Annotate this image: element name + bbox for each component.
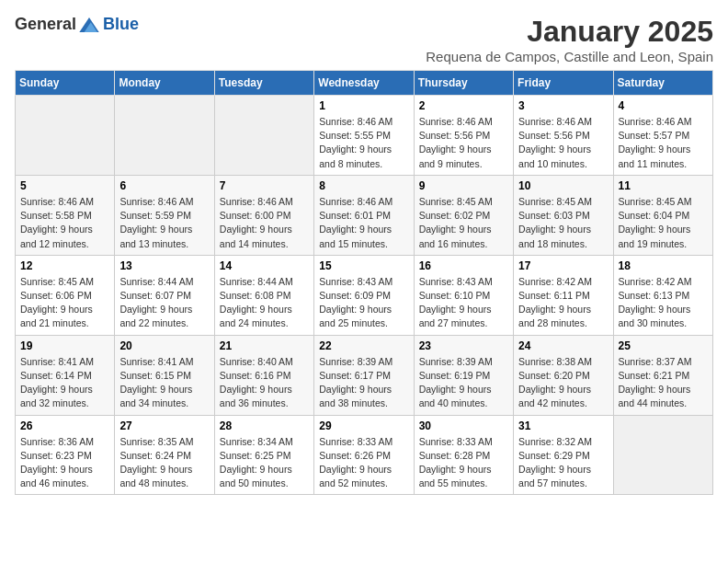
- logo: General Blue: [15, 15, 139, 34]
- day-info: Sunrise: 8:46 AM Sunset: 5:56 PM Dayligh…: [419, 115, 508, 171]
- day-number: 11: [619, 179, 708, 192]
- day-number: 12: [20, 259, 109, 272]
- week-row-5: 26Sunrise: 8:36 AM Sunset: 6:23 PM Dayli…: [16, 415, 713, 495]
- day-number: 18: [619, 259, 708, 272]
- day-info: Sunrise: 8:33 AM Sunset: 6:26 PM Dayligh…: [319, 435, 408, 491]
- day-cell: 13Sunrise: 8:44 AM Sunset: 6:07 PM Dayli…: [115, 255, 214, 335]
- day-info: Sunrise: 8:46 AM Sunset: 5:59 PM Dayligh…: [119, 195, 209, 251]
- day-number: 8: [319, 179, 408, 192]
- day-info: Sunrise: 8:46 AM Sunset: 6:00 PM Dayligh…: [220, 195, 309, 251]
- day-info: Sunrise: 8:33 AM Sunset: 6:28 PM Dayligh…: [419, 435, 508, 491]
- header-cell-tuesday: Tuesday: [214, 71, 313, 96]
- day-info: Sunrise: 8:44 AM Sunset: 6:08 PM Dayligh…: [220, 275, 309, 331]
- day-number: 27: [119, 419, 209, 432]
- day-info: Sunrise: 8:43 AM Sunset: 6:10 PM Dayligh…: [419, 275, 508, 331]
- day-cell: 7Sunrise: 8:46 AM Sunset: 6:00 PM Daylig…: [214, 175, 313, 255]
- day-cell: 27Sunrise: 8:35 AM Sunset: 6:24 PM Dayli…: [115, 415, 214, 495]
- day-number: 22: [319, 339, 408, 352]
- day-cell: 23Sunrise: 8:39 AM Sunset: 6:19 PM Dayli…: [414, 335, 513, 415]
- day-cell: 21Sunrise: 8:40 AM Sunset: 6:16 PM Dayli…: [214, 335, 313, 415]
- day-cell: 17Sunrise: 8:42 AM Sunset: 6:11 PM Dayli…: [514, 255, 613, 335]
- day-number: 31: [518, 419, 608, 432]
- day-cell: 3Sunrise: 8:46 AM Sunset: 5:56 PM Daylig…: [514, 96, 613, 176]
- header: General Blue January 2025 Requena de Cam…: [15, 15, 713, 64]
- day-number: 29: [319, 419, 408, 432]
- day-number: 23: [419, 339, 508, 352]
- day-number: 25: [619, 339, 708, 352]
- day-number: 30: [419, 419, 508, 432]
- logo-text-blue: Blue: [103, 15, 139, 34]
- day-cell: 25Sunrise: 8:37 AM Sunset: 6:21 PM Dayli…: [613, 335, 712, 415]
- subtitle: Requena de Campos, Castille and Leon, Sp…: [426, 49, 713, 64]
- day-cell: 9Sunrise: 8:45 AM Sunset: 6:02 PM Daylig…: [414, 175, 513, 255]
- day-number: 19: [20, 339, 109, 352]
- day-info: Sunrise: 8:45 AM Sunset: 6:02 PM Dayligh…: [419, 195, 508, 251]
- day-info: Sunrise: 8:36 AM Sunset: 6:23 PM Dayligh…: [20, 435, 109, 491]
- day-number: 6: [119, 179, 209, 192]
- day-number: 9: [419, 179, 508, 192]
- day-cell: 18Sunrise: 8:42 AM Sunset: 6:13 PM Dayli…: [613, 255, 712, 335]
- day-number: 5: [20, 179, 109, 192]
- header-cell-thursday: Thursday: [414, 71, 513, 96]
- header-cell-wednesday: Wednesday: [314, 71, 414, 96]
- week-row-2: 5Sunrise: 8:46 AM Sunset: 5:58 PM Daylig…: [16, 175, 713, 255]
- day-info: Sunrise: 8:42 AM Sunset: 6:13 PM Dayligh…: [619, 275, 708, 331]
- day-info: Sunrise: 8:43 AM Sunset: 6:09 PM Dayligh…: [319, 275, 408, 331]
- day-cell: 29Sunrise: 8:33 AM Sunset: 6:26 PM Dayli…: [314, 415, 414, 495]
- day-info: Sunrise: 8:45 AM Sunset: 6:03 PM Dayligh…: [518, 195, 608, 251]
- day-number: 15: [319, 259, 408, 272]
- day-cell: 12Sunrise: 8:45 AM Sunset: 6:06 PM Dayli…: [16, 255, 115, 335]
- day-info: Sunrise: 8:35 AM Sunset: 6:24 PM Dayligh…: [119, 435, 209, 491]
- day-info: Sunrise: 8:41 AM Sunset: 6:15 PM Dayligh…: [119, 355, 209, 411]
- day-number: 7: [220, 179, 309, 192]
- day-cell: 4Sunrise: 8:46 AM Sunset: 5:57 PM Daylig…: [613, 96, 712, 176]
- calendar-table: SundayMondayTuesdayWednesdayThursdayFrid…: [15, 70, 713, 495]
- day-number: 3: [518, 99, 608, 112]
- header-cell-sunday: Sunday: [16, 71, 115, 96]
- day-cell: 20Sunrise: 8:41 AM Sunset: 6:15 PM Dayli…: [115, 335, 214, 415]
- day-info: Sunrise: 8:46 AM Sunset: 5:55 PM Dayligh…: [319, 115, 408, 171]
- day-info: Sunrise: 8:41 AM Sunset: 6:14 PM Dayligh…: [20, 355, 109, 411]
- day-cell: [115, 96, 214, 176]
- day-cell: 6Sunrise: 8:46 AM Sunset: 5:59 PM Daylig…: [115, 175, 214, 255]
- day-number: 14: [220, 259, 309, 272]
- day-info: Sunrise: 8:45 AM Sunset: 6:06 PM Dayligh…: [20, 275, 109, 331]
- day-cell: 31Sunrise: 8:32 AM Sunset: 6:29 PM Dayli…: [514, 415, 613, 495]
- day-number: 13: [119, 259, 209, 272]
- day-number: 1: [319, 99, 408, 112]
- day-cell: 14Sunrise: 8:44 AM Sunset: 6:08 PM Dayli…: [214, 255, 313, 335]
- day-info: Sunrise: 8:46 AM Sunset: 6:01 PM Dayligh…: [319, 195, 408, 251]
- day-cell: 8Sunrise: 8:46 AM Sunset: 6:01 PM Daylig…: [314, 175, 414, 255]
- day-info: Sunrise: 8:32 AM Sunset: 6:29 PM Dayligh…: [518, 435, 608, 491]
- day-number: 4: [619, 99, 708, 112]
- day-number: 20: [119, 339, 209, 352]
- day-cell: 16Sunrise: 8:43 AM Sunset: 6:10 PM Dayli…: [414, 255, 513, 335]
- day-number: 24: [518, 339, 608, 352]
- day-number: 28: [220, 419, 309, 432]
- day-cell: [214, 96, 313, 176]
- day-info: Sunrise: 8:45 AM Sunset: 6:04 PM Dayligh…: [619, 195, 708, 251]
- day-cell: 30Sunrise: 8:33 AM Sunset: 6:28 PM Dayli…: [414, 415, 513, 495]
- day-info: Sunrise: 8:34 AM Sunset: 6:25 PM Dayligh…: [220, 435, 309, 491]
- logo-icon: [79, 17, 99, 32]
- day-number: 26: [20, 419, 109, 432]
- day-info: Sunrise: 8:46 AM Sunset: 5:56 PM Dayligh…: [518, 115, 608, 171]
- day-number: 21: [220, 339, 309, 352]
- day-info: Sunrise: 8:46 AM Sunset: 5:57 PM Dayligh…: [619, 115, 708, 171]
- day-cell: 26Sunrise: 8:36 AM Sunset: 6:23 PM Dayli…: [16, 415, 115, 495]
- logo-text-general: General: [15, 15, 76, 34]
- day-cell: 2Sunrise: 8:46 AM Sunset: 5:56 PM Daylig…: [414, 96, 513, 176]
- day-cell: 10Sunrise: 8:45 AM Sunset: 6:03 PM Dayli…: [514, 175, 613, 255]
- day-cell: 1Sunrise: 8:46 AM Sunset: 5:55 PM Daylig…: [314, 96, 414, 176]
- day-info: Sunrise: 8:42 AM Sunset: 6:11 PM Dayligh…: [518, 275, 608, 331]
- day-info: Sunrise: 8:38 AM Sunset: 6:20 PM Dayligh…: [518, 355, 608, 411]
- day-cell: [16, 96, 115, 176]
- title-area: January 2025 Requena de Campos, Castille…: [426, 15, 713, 64]
- day-number: 17: [518, 259, 608, 272]
- header-row: SundayMondayTuesdayWednesdayThursdayFrid…: [16, 71, 713, 96]
- header-cell-saturday: Saturday: [613, 71, 712, 96]
- day-cell: 11Sunrise: 8:45 AM Sunset: 6:04 PM Dayli…: [613, 175, 712, 255]
- day-info: Sunrise: 8:39 AM Sunset: 6:19 PM Dayligh…: [419, 355, 508, 411]
- day-info: Sunrise: 8:39 AM Sunset: 6:17 PM Dayligh…: [319, 355, 408, 411]
- day-cell: [613, 415, 712, 495]
